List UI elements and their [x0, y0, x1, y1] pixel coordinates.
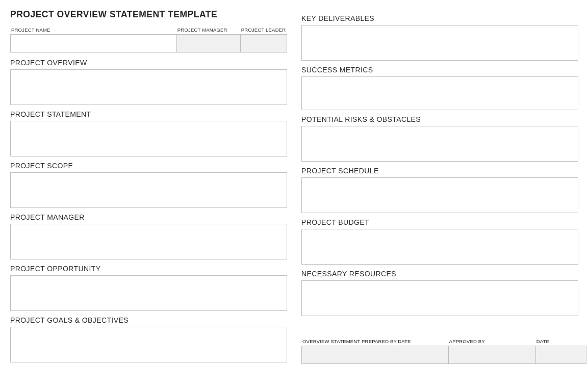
success-metrics-label: SUCCESS METRICS: [301, 66, 578, 74]
project-opportunity-label: PROJECT OPPORTUNITY: [10, 265, 287, 273]
project-leader-cell: PROJECT LEADER: [240, 27, 287, 53]
project-info-table: PROJECT NAME PROJECT MANAGER PROJECT LEA…: [10, 27, 287, 53]
project-name-field[interactable]: [10, 34, 176, 53]
project-statement-field[interactable]: [10, 121, 287, 157]
prepared-by-field[interactable]: [301, 346, 397, 364]
project-scope-section: PROJECT SCOPE: [10, 162, 287, 208]
date1-label: DATE: [397, 338, 448, 346]
project-schedule-field[interactable]: [301, 177, 578, 213]
project-statement-section: PROJECT STATEMENT: [10, 110, 287, 157]
left-column: PROJECT OVERVIEW STATEMENT TEMPLATE PROJ…: [10, 9, 287, 381]
potential-risks-section: POTENTIAL RISKS & OBSTACLES: [301, 115, 578, 162]
project-goals-field[interactable]: [10, 327, 287, 362]
project-goals-label: PROJECT GOALS & OBJECTIVES: [10, 316, 287, 324]
project-statement-label: PROJECT STATEMENT: [10, 110, 287, 118]
right-column: KEY DELIVERABLES SUCCESS METRICS POTENTI…: [301, 9, 578, 381]
key-deliverables-section: KEY DELIVERABLES: [301, 14, 578, 61]
prepared-by-label: OVERVIEW STATEMENT PREPARED BY: [301, 338, 397, 346]
signature-table: OVERVIEW STATEMENT PREPARED BY DATE APPR…: [301, 338, 578, 364]
necessary-resources-label: NECESSARY RESOURCES: [301, 270, 578, 278]
success-metrics-field[interactable]: [301, 76, 578, 110]
page: PROJECT OVERVIEW STATEMENT TEMPLATE PROJ…: [10, 9, 578, 381]
project-manager-label: PROJECT MANAGER: [176, 27, 240, 34]
project-opportunity-section: PROJECT OPPORTUNITY: [10, 265, 287, 311]
project-scope-label: PROJECT SCOPE: [10, 162, 287, 170]
project-budget-section: PROJECT BUDGET: [301, 218, 578, 265]
project-leader-field[interactable]: [240, 34, 287, 53]
project-manager-section-field[interactable]: [10, 224, 287, 259]
project-manager-section-label: PROJECT MANAGER: [10, 213, 287, 221]
necessary-resources-field[interactable]: [301, 280, 578, 316]
key-deliverables-label: KEY DELIVERABLES: [301, 14, 578, 22]
project-goals-section: PROJECT GOALS & OBJECTIVES: [10, 316, 287, 362]
project-schedule-label: PROJECT SCHEDULE: [301, 167, 578, 175]
date1-cell: DATE: [397, 338, 448, 364]
project-overview-label: PROJECT OVERVIEW: [10, 59, 287, 67]
potential-risks-field[interactable]: [301, 126, 578, 162]
project-opportunity-field[interactable]: [10, 275, 287, 311]
project-scope-field[interactable]: [10, 172, 287, 208]
project-budget-field[interactable]: [301, 229, 578, 265]
date1-field[interactable]: [397, 346, 448, 364]
project-schedule-section: PROJECT SCHEDULE: [301, 167, 578, 213]
approved-by-label: APPROVED BY: [448, 338, 535, 346]
potential-risks-label: POTENTIAL RISKS & OBSTACLES: [301, 115, 578, 123]
project-budget-label: PROJECT BUDGET: [301, 218, 578, 226]
success-metrics-section: SUCCESS METRICS: [301, 66, 578, 110]
project-overview-field[interactable]: [10, 69, 287, 105]
project-leader-label: PROJECT LEADER: [240, 27, 287, 34]
date2-field[interactable]: [535, 346, 586, 364]
necessary-resources-section: NECESSARY RESOURCES: [301, 270, 578, 316]
approved-by-field[interactable]: [448, 346, 535, 364]
project-manager-field[interactable]: [176, 34, 240, 53]
date2-cell: DATE: [535, 338, 586, 364]
date2-label: DATE: [535, 338, 586, 346]
page-title: PROJECT OVERVIEW STATEMENT TEMPLATE: [10, 9, 287, 20]
key-deliverables-field[interactable]: [301, 25, 578, 61]
project-manager-section: PROJECT MANAGER: [10, 213, 287, 259]
project-name-cell: PROJECT NAME: [10, 27, 176, 53]
project-name-label: PROJECT NAME: [10, 27, 176, 34]
project-overview-section: PROJECT OVERVIEW: [10, 59, 287, 105]
prepared-by-cell: OVERVIEW STATEMENT PREPARED BY: [301, 338, 397, 364]
approved-by-cell: APPROVED BY: [448, 338, 535, 364]
project-manager-cell: PROJECT MANAGER: [176, 27, 240, 53]
